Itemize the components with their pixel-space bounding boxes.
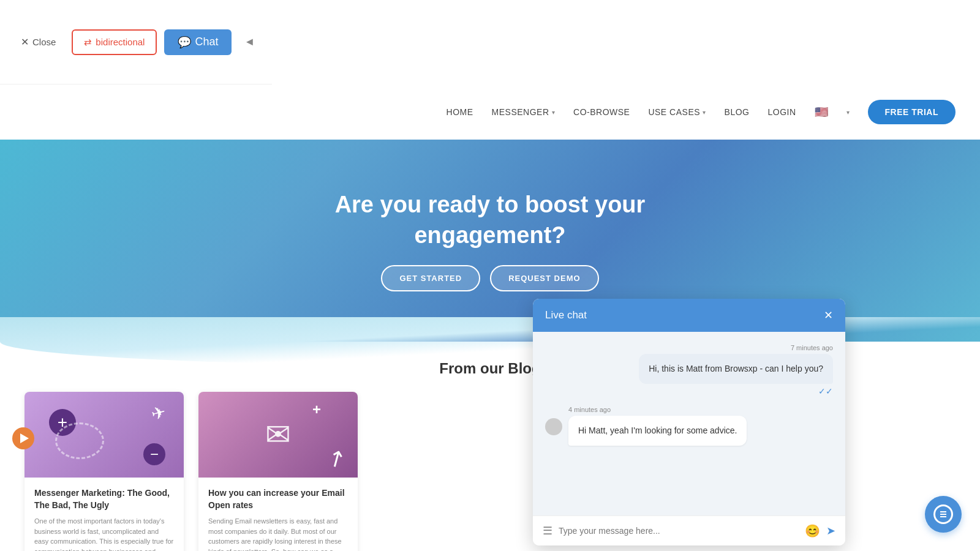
bidirectional-label: bidirectional [96, 37, 145, 47]
request-demo-button[interactable]: REQUEST DEMO [490, 265, 598, 291]
blog-card-2[interactable]: ✉ + ↗ How you can increase your Email Op… [198, 392, 358, 551]
nav-use-cases[interactable]: USE CASES ▾ [648, 107, 706, 117]
chat-label: Chat [195, 36, 218, 48]
card1-minus-icon: − [143, 443, 165, 465]
toolbar: ✕ Close ⇄ bidirectional 💬 Chat ◄ [0, 0, 272, 84]
play-icon [20, 433, 29, 443]
get-started-button[interactable]: GET STARTED [381, 265, 480, 291]
nav-login[interactable]: LOGIN [767, 107, 796, 117]
blog-card-1-body: Messenger Marketing: The Good, The Bad, … [24, 478, 184, 551]
card1-dashes [55, 422, 104, 459]
navbar: HOME MESSENGER ▾ CO-BROWSE USE CASES ▾ B… [0, 84, 980, 140]
blog-card-1-image: + ✈ − [24, 392, 184, 478]
user-avatar [545, 418, 562, 435]
chat-emoji-icon[interactable]: 😊 [805, 523, 820, 538]
collapse-icon: ◄ [244, 36, 255, 48]
chat-messages: 7 minutes ago Hi, this is Matt from Brow… [533, 332, 845, 515]
free-trial-button[interactable]: FREE TRIAL [868, 100, 956, 124]
chat-bubble-icon: 💬 [178, 36, 191, 49]
close-icon: ✕ [21, 36, 29, 48]
blog-card-1-title: Messenger Marketing: The Good, The Bad, … [34, 487, 174, 511]
nav-blog[interactable]: BLOG [725, 107, 750, 117]
chat-widget-bubble-inner [940, 514, 946, 515]
hero-title: Are you ready to boost yourengagement? [335, 190, 646, 250]
card1-plane-icon: ✈ [149, 402, 168, 425]
nav-home[interactable]: HOME [447, 107, 473, 117]
nav-flag[interactable]: 🇺🇸 [815, 105, 828, 119]
website-content: HOME MESSENGER ▾ CO-BROWSE USE CASES ▾ B… [0, 84, 980, 551]
card2-arrow-icon: ↗ [322, 443, 351, 474]
blog-card-2-body: How you can increase your Email Open rat… [198, 478, 358, 551]
chat-send-button[interactable]: ➤ [826, 524, 835, 538]
live-chat-widget: Live chat ✕ 7 minutes ago Hi, this is Ma… [533, 299, 845, 545]
use-cases-dropdown-arrow: ▾ [703, 109, 706, 116]
chat-widget-bubble-icon [933, 504, 953, 524]
agent-message-1-bubble: Hi, this is Matt from Browsxp - can I he… [639, 354, 833, 384]
blog-card-1-text: One of the most important factors in tod… [34, 516, 174, 551]
hero-buttons: GET STARTED REQUEST DEMO [381, 265, 598, 291]
lang-dropdown-arrow: ▾ [846, 109, 850, 116]
chat-close-button[interactable]: ✕ [824, 309, 833, 322]
blog-card-2-text: Sending Email newsletters is easy, fast … [208, 516, 348, 551]
messenger-dropdown-arrow: ▾ [552, 109, 556, 116]
blog-card-1[interactable]: + ✈ − Messenger Marketing: The Good, The… [24, 392, 184, 551]
chat-widget-bubble-button[interactable] [925, 496, 962, 533]
user-message-1: 4 minutes ago Hi Matt, yeah I'm looking … [545, 406, 747, 446]
agent-message-1: 7 minutes ago Hi, this is Matt from Brow… [639, 344, 833, 396]
card2-envelope-icon: ✉ [265, 417, 291, 452]
close-label: Close [32, 37, 56, 47]
chat-header: Live chat ✕ [533, 299, 845, 332]
bidirectional-button[interactable]: ⇄ bidirectional [72, 29, 157, 55]
chat-menu-icon[interactable]: ☰ [543, 524, 552, 538]
agent-message-1-checkmarks: ✓✓ [639, 386, 833, 396]
nav-cobrowse[interactable]: CO-BROWSE [573, 107, 630, 117]
play-button[interactable] [12, 427, 34, 449]
chat-message-input[interactable] [559, 526, 799, 536]
card2-plus-icon: + [312, 401, 321, 418]
chat-header-title: Live chat [545, 309, 587, 321]
blog-card-2-title: How you can increase your Email Open rat… [208, 487, 348, 511]
user-message-1-content: 4 minutes ago Hi Matt, yeah I'm looking … [568, 406, 747, 446]
chat-button[interactable]: 💬 Chat [164, 29, 232, 55]
user-message-1-bubble: Hi Matt, yeah I'm looking for some advic… [568, 416, 747, 446]
agent-message-1-timestamp: 7 minutes ago [639, 344, 833, 351]
close-button[interactable]: ✕ Close [12, 31, 64, 53]
nav-messenger[interactable]: MESSENGER ▾ [492, 107, 555, 117]
bidirectional-icon: ⇄ [84, 37, 92, 48]
collapse-button[interactable]: ◄ [239, 31, 260, 53]
blog-card-2-image: ✉ + ↗ [198, 392, 358, 478]
chat-input-area: ☰ 😊 ➤ [533, 515, 845, 545]
user-message-1-timestamp: 4 minutes ago [568, 406, 747, 413]
